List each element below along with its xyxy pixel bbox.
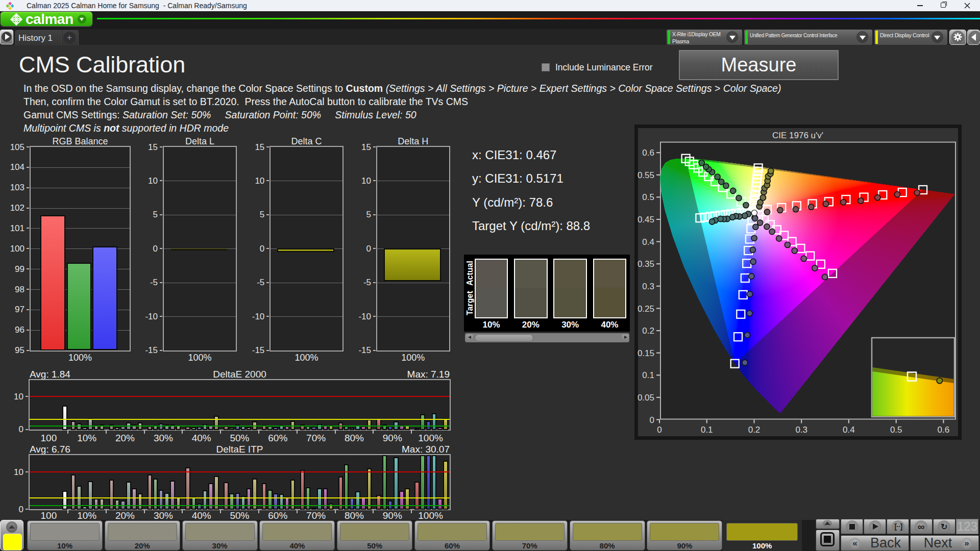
svg-text:0: 0 <box>657 425 662 435</box>
svg-text:0.2: 0.2 <box>748 425 761 435</box>
svg-text:0.1: 0.1 <box>701 425 713 435</box>
svg-text:0.2: 0.2 <box>642 326 654 336</box>
svg-text:0.4: 0.4 <box>843 425 855 435</box>
svg-text:0.4: 0.4 <box>642 237 654 247</box>
svg-text:0: 0 <box>650 415 654 425</box>
svg-text:0.3: 0.3 <box>642 282 654 291</box>
svg-text:0.6: 0.6 <box>642 148 654 158</box>
svg-text:0.15: 0.15 <box>638 348 654 358</box>
svg-text:0.25: 0.25 <box>638 304 654 314</box>
svg-text:0.35: 0.35 <box>638 259 654 269</box>
svg-text:0.5: 0.5 <box>890 425 902 435</box>
svg-text:0.5: 0.5 <box>642 192 654 202</box>
svg-text:0.55: 0.55 <box>638 170 654 180</box>
svg-text:0.1: 0.1 <box>642 370 654 380</box>
svg-text:0.6: 0.6 <box>938 425 950 435</box>
svg-text:0.3: 0.3 <box>795 425 807 435</box>
svg-text:0.45: 0.45 <box>638 215 654 224</box>
svg-text:0.05: 0.05 <box>638 393 654 403</box>
